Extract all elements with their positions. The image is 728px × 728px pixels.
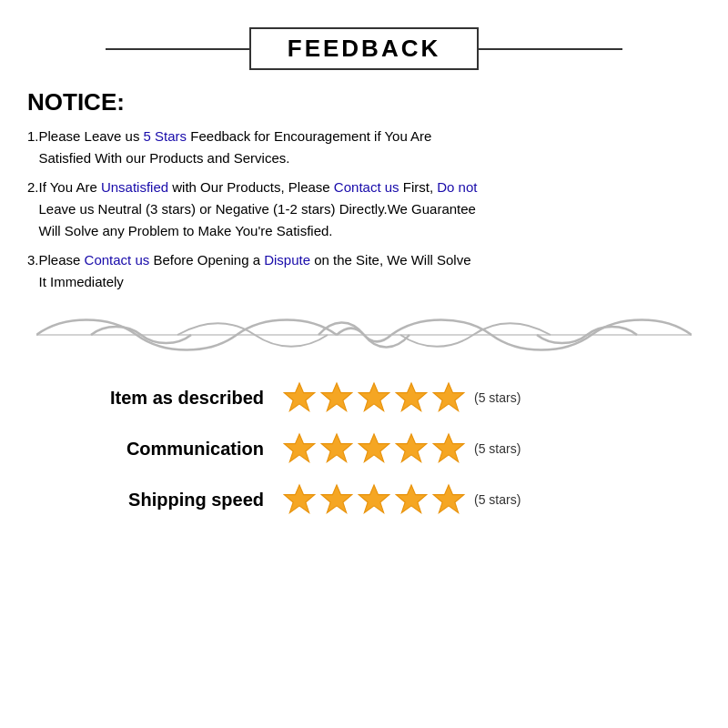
svg-marker-13 [359, 485, 389, 512]
stars-item: (5 stars) [282, 380, 521, 415]
notice-1-text1: 1.Please Leave us [27, 128, 144, 144]
stars-label-communication: (5 stars) [474, 441, 521, 456]
notice-section: NOTICE: 1.Please Leave us 5 Stars Feedba… [27, 88, 701, 293]
star-c2 [319, 431, 354, 466]
star-c5 [431, 431, 466, 466]
svg-marker-15 [433, 485, 463, 512]
svg-marker-8 [359, 434, 389, 461]
stars-shipping: (5 stars) [282, 482, 521, 517]
svg-marker-9 [396, 434, 426, 461]
rating-row-item: Item as described (5 stars) [36, 380, 701, 415]
notice-item-1: 1.Please Leave us 5 Stars Feedback for E… [27, 126, 701, 169]
rating-row-shipping: Shipping speed (5 stars) [36, 482, 701, 517]
star-c3 [357, 431, 391, 466]
notice-list: 1.Please Leave us 5 Stars Feedback for E… [27, 126, 701, 293]
stars-label-shipping: (5 stars) [474, 492, 521, 507]
notice-1-highlight: 5 Stars [144, 128, 191, 144]
svg-marker-10 [433, 434, 463, 461]
rating-label-shipping: Shipping speed [36, 490, 264, 511]
svg-marker-6 [284, 434, 314, 461]
notice-3-text1: 3.Please [27, 252, 85, 268]
svg-marker-14 [396, 485, 426, 512]
star-s2 [319, 482, 354, 517]
ornament-divider [27, 308, 701, 362]
star-2 [319, 380, 354, 415]
star-s3 [357, 482, 391, 517]
star-3 [357, 380, 391, 415]
notice-item-3: 3.Please Contact us Before Opening a Dis… [27, 249, 701, 293]
notice-2-text1: 2.If You Are [27, 179, 101, 195]
ratings-section: Item as described (5 stars) Communicatio… [27, 380, 701, 517]
rating-row-communication: Communication (5 stars) [36, 431, 701, 466]
star-s1 [282, 482, 317, 517]
svg-marker-3 [359, 383, 389, 410]
star-s4 [394, 482, 429, 517]
rating-label-communication: Communication [36, 439, 264, 460]
rating-label-item: Item as described [36, 388, 264, 409]
feedback-title: FEEDBACK [288, 35, 440, 62]
star-s5 [431, 482, 466, 517]
feedback-header: FEEDBACK [27, 27, 701, 70]
svg-marker-1 [284, 383, 314, 410]
svg-marker-12 [321, 485, 351, 512]
star-c1 [282, 431, 317, 466]
notice-item-2: 2.If You Are Unsatisfied with Our Produc… [27, 177, 701, 242]
notice-2-text4: Leave us Neutral (3 stars) or Negative (… [27, 201, 476, 238]
notice-2-text3: First, [399, 179, 438, 195]
stars-communication: (5 stars) [282, 431, 521, 466]
stars-label-item: (5 stars) [474, 390, 521, 405]
svg-marker-2 [321, 383, 351, 410]
star-5 [431, 380, 466, 415]
star-c4 [394, 431, 429, 466]
svg-marker-4 [396, 383, 426, 410]
notice-2-contact: Contact us [334, 179, 399, 195]
notice-3-dispute: Dispute [264, 252, 310, 268]
notice-2-unsatisfied: Unsatisfied [101, 179, 168, 195]
star-4 [394, 380, 429, 415]
notice-3-contact: Contact us [85, 252, 150, 268]
svg-marker-5 [433, 383, 463, 410]
notice-2-text2: with Our Products, Please [168, 179, 334, 195]
page-wrapper: FEEDBACK NOTICE: 1.Please Leave us 5 Sta… [0, 0, 728, 728]
notice-heading: NOTICE: [27, 88, 701, 116]
svg-marker-7 [321, 434, 351, 461]
feedback-box: FEEDBACK [249, 27, 479, 70]
notice-2-donot: Do not [437, 179, 477, 195]
notice-3-text2: Before Opening a [149, 252, 264, 268]
star-1 [282, 380, 317, 415]
svg-marker-11 [284, 485, 314, 512]
